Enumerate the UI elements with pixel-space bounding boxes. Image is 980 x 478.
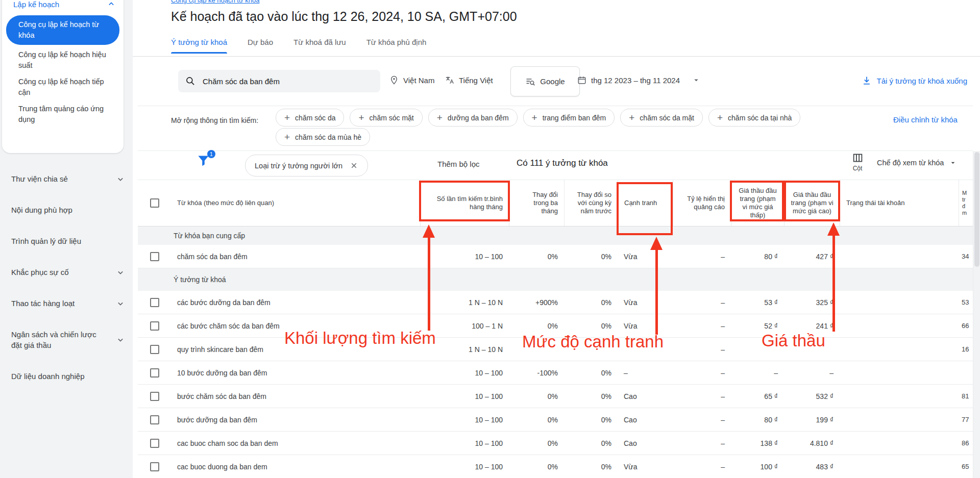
cell-ad-impression-share: – (673, 455, 731, 478)
column-header-account-status[interactable]: Trạng thái tài khoản (840, 180, 959, 226)
table-row: bước dưỡng da ban đêm10 – 1000%0%Cao–80 … (138, 408, 973, 432)
row-checkbox[interactable] (150, 298, 159, 307)
download-keyword-ideas-button[interactable]: Tải ý tưởng từ khoá xuống (862, 76, 967, 86)
sidebar-item-reach-planner[interactable]: Công cụ lập kế hoạch tiếp cận (13, 76, 118, 99)
column-header-competition[interactable]: Cạnh tranh (618, 180, 673, 226)
chevron-down-icon (115, 298, 126, 309)
keyword-chip[interactable]: +chăm sóc da mùa hè (276, 128, 370, 146)
sidebar-item-business-data[interactable]: Dữ liệu doanh nghiệp (0, 361, 133, 392)
cell-three-month-change: 0% (509, 408, 564, 431)
chevron-down-icon (115, 174, 126, 184)
cell-account-status (840, 291, 959, 314)
sidebar-item-bulk-actions[interactable]: Thao tác hàng loạt (0, 288, 133, 319)
cell-top-bid-low: 80 ₫ (731, 245, 784, 268)
caret-down-icon (949, 159, 957, 167)
refine-keywords-link[interactable]: Điều chỉnh từ khóa (887, 114, 964, 125)
sidebar-item-relevant-content[interactable]: Nội dung phù hợp (0, 194, 133, 225)
sidebar-item-shared-library[interactable]: Thư viện chia sẻ (0, 163, 133, 194)
table-header-row: Từ khóa (theo mức độ liên quan)Số lần tì… (138, 180, 973, 227)
row-checkbox-cell (138, 361, 171, 384)
row-checkbox[interactable] (150, 439, 159, 448)
cell-top-bid-high: 241 ₫ (784, 314, 840, 337)
sidebar-item-app-ads-hub[interactable]: Trung tâm quảng cáo ứng dụng (13, 103, 118, 126)
keyword-chip[interactable]: +chăm sóc mặt (350, 109, 422, 127)
cell-keyword: cac buoc duong da ban dem (171, 455, 420, 478)
keyword-chip[interactable]: +chăm sóc da mặt (620, 109, 703, 127)
cell-top-bid-low: 138 ₫ (731, 432, 784, 455)
column-header-yoy-change[interactable]: Thay đổi so với cùng kỳ năm trước (564, 180, 618, 226)
cell-yoy-change: 0% (564, 291, 618, 314)
row-checkbox[interactable] (150, 252, 159, 261)
sidebar-item-budgets-bidding[interactable]: Ngân sách và chiến lược đặt giá thầu (0, 319, 133, 361)
keyword-chip[interactable]: +trang điểm ban đêm (523, 109, 615, 127)
add-filter-button[interactable]: Thêm bộ lọc (437, 160, 480, 168)
sidebar-item-performance-planner[interactable]: Công cụ lập kế hoạch hiệu suất (13, 48, 118, 72)
columns-button[interactable]: Cột (845, 153, 870, 172)
plus-icon: + (629, 113, 634, 122)
cell-three-month-change: 0% (509, 314, 564, 337)
network-icon (525, 77, 535, 87)
plus-icon: + (437, 113, 443, 122)
vertical-scrollbar (973, 151, 980, 478)
keyword-search-box[interactable] (178, 70, 380, 92)
columns-label: Cột (853, 165, 863, 172)
language-selector[interactable]: Tiếng Việt (445, 76, 493, 85)
row-checkbox[interactable] (150, 368, 159, 378)
tab-saved-keywords[interactable]: Từ khoá đã lưu (293, 38, 346, 54)
main-content: Công cụ lập kế hoạch từ khóa Kế hoạch đã… (133, 0, 980, 478)
date-range-selector[interactable]: thg 12 2023 – thg 11 2024 (577, 76, 701, 85)
section-row: Từ khóa bạn cung cấp (138, 227, 973, 245)
section-label: Từ khóa bạn cung cấp (174, 232, 245, 240)
filter-chip-exclude-adult[interactable]: Loại trừ ý tưởng người lớn (245, 155, 368, 177)
cell-yoy-change: 0% (564, 361, 618, 384)
cell-three-month-change: 0% (509, 455, 564, 478)
location-label: Việt Nam (403, 76, 434, 85)
sidebar-item-troubleshooting[interactable]: Khắc phục sự cố (0, 257, 133, 288)
cell-monthly-searches: 10 – 100 (420, 432, 509, 455)
keyword-chip[interactable]: +chăm sóc da tại nhà (708, 109, 800, 127)
cell-keyword: 10 bước dưỡng da ban đêm (171, 361, 420, 384)
column-header-ad-impression-share[interactable]: Tỷ lệ hiển thị quảng cáo (673, 180, 731, 226)
select-all-checkbox[interactable] (150, 198, 159, 208)
table-row: quy trình skincare ban đêm1 N – 10 N–16 (138, 338, 973, 361)
column-header-top-of-page-bid-low[interactable]: Giá thầu đầu trang (phạm vi mức giá thấp… (731, 180, 784, 226)
search-input[interactable] (202, 77, 373, 86)
row-checkbox-cell (138, 314, 171, 337)
keyword-chip-label: chăm sóc da tại nhà (728, 114, 792, 122)
network-selector[interactable]: Google (510, 66, 580, 96)
search-icon (185, 76, 195, 86)
tab-forecast[interactable]: Dự báo (248, 38, 273, 54)
keyword-chip-label: chăm sóc da (295, 114, 335, 122)
column-header-top-of-page-bid-high[interactable]: Giá thầu đầu trang (phạm vi mức giá cao) (784, 180, 840, 226)
row-checkbox[interactable] (150, 392, 159, 401)
breadcrumb-link[interactable]: Công cụ lập kế hoạch từ khóa (171, 0, 259, 4)
tab-negative-keywords[interactable]: Từ khóa phủ định (366, 38, 427, 54)
keyword-chip[interactable]: +dưỡng da ban đêm (428, 109, 518, 127)
column-header-three-month-change[interactable]: Thay đổi trong ba tháng (509, 180, 564, 226)
sidebar-item-keyword-planner[interactable]: Công cụ lập kế hoạch từ khóa (6, 15, 119, 45)
chevron-up-icon (106, 0, 116, 9)
cell-top-bid-high: 532 ₫ (784, 385, 840, 408)
close-icon[interactable] (350, 161, 358, 170)
cell-account-status (840, 338, 959, 361)
cell-competition (618, 338, 673, 361)
view-mode-selector[interactable]: Chế độ xem từ khóa (877, 159, 957, 167)
table-body: Từ khóa bạn cung cấpchăm sóc da ban đêm1… (138, 227, 973, 478)
row-checkbox[interactable] (150, 345, 159, 354)
date-range-label: thg 12 2023 – thg 11 2024 (591, 76, 680, 85)
row-checkbox[interactable] (150, 462, 159, 471)
row-checkbox[interactable] (150, 321, 159, 331)
sidebar-section-planning[interactable]: Lập kế hoạch (13, 0, 116, 9)
cell-clipped: 34 (959, 245, 973, 268)
sidebar-item-bulk-actions-label: Thao tác hàng loạt (11, 298, 75, 309)
keyword-chip[interactable]: +chăm sóc da (276, 109, 344, 127)
scrollbar-thumb[interactable] (974, 152, 979, 267)
sidebar-item-data-manager[interactable]: Trình quản lý dữ liệu (0, 225, 133, 257)
row-checkbox[interactable] (150, 415, 159, 424)
cell-three-month-change: 0% (509, 432, 564, 455)
tab-keyword-ideas[interactable]: Ý tưởng từ khoá (171, 38, 227, 54)
column-header-monthly-searches[interactable]: Số lần tìm kiếm tr.bình hàng tháng (420, 180, 509, 226)
column-header-keyword[interactable]: Từ khóa (theo mức độ liên quan) (171, 180, 420, 226)
filter-button[interactable]: 1 (197, 154, 212, 169)
location-selector[interactable]: Việt Nam (389, 76, 434, 85)
